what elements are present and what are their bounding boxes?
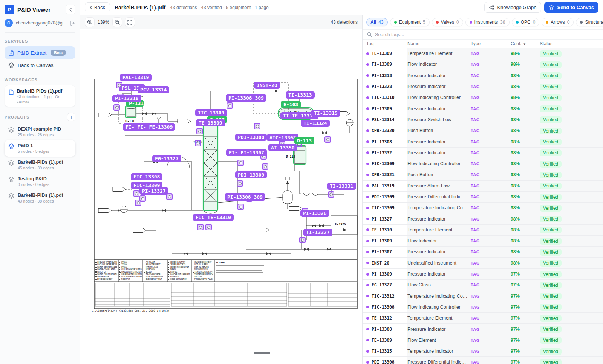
detection-marker[interactable] <box>237 160 244 166</box>
diagram-canvas[interactable]: PAL-13319PSL-133PCV-13314PI-13318P-131TI… <box>80 29 362 364</box>
detection-marker[interactable] <box>237 180 243 187</box>
detection-marker[interactable] <box>197 224 204 230</box>
add-project-button[interactable]: + <box>67 113 75 121</box>
project-item[interactable]: P&ID 15 nodes · 5 edges <box>5 140 75 157</box>
detection-label[interactable]: PI-13326 <box>300 210 329 217</box>
table-row[interactable]: PDI-13309Pressure Differential Indicator… <box>363 192 603 203</box>
table-row[interactable]: PI-13332Pressure IndicatorTAG98%Verified <box>363 148 603 158</box>
table-row[interactable]: FIC-13308Flow Indicating ControllerTAG97… <box>363 302 603 313</box>
project-item[interactable]: BarkelB-PIDs (1).pdf45 nodes · 39 edges <box>5 157 75 173</box>
detection-marker[interactable] <box>328 191 334 198</box>
table-row[interactable]: PI-13327Pressure IndicatorTAG98%Verified <box>363 213 603 224</box>
detection-label[interactable]: PAL-13319 <box>120 74 152 81</box>
detection-marker[interactable] <box>116 82 122 88</box>
detection-label[interactable]: TI-13324 <box>301 120 330 127</box>
detection-marker[interactable] <box>205 224 212 230</box>
detection-label[interactable]: D-113 <box>294 137 314 144</box>
detection-label[interactable]: TIC-13309 <box>195 109 227 116</box>
sidebar-item-pid-extract[interactable]: P&ID Extract Beta <box>5 46 75 59</box>
detection-marker[interactable] <box>324 136 331 143</box>
detection-label[interactable]: PI-13327 <box>139 187 168 195</box>
horizontal-scrollbar[interactable] <box>254 352 270 354</box>
zoom-out-button[interactable] <box>112 17 122 27</box>
detection-label[interactable]: PI-13308 309 <box>225 193 265 201</box>
table-row[interactable]: PI-13308Pressure IndicatorTAG97%Verified <box>363 324 603 335</box>
detection-marker[interactable] <box>299 237 306 243</box>
table-row[interactable]: TI-13315Temperature IndicatorTAG97%Verif… <box>363 346 603 357</box>
column-header-conf[interactable]: Conf.▼ <box>511 41 540 46</box>
search-input[interactable] <box>375 32 598 37</box>
table-row[interactable]: PDI-13308Pressure Differential Indicator… <box>363 357 603 364</box>
column-header-type[interactable]: Type <box>471 41 511 46</box>
detection-label[interactable]: TI-13315 <box>311 110 340 117</box>
detection-label[interactable]: PDI-13308 <box>235 134 267 141</box>
table-row[interactable]: FI-13309Flow IndicatorTAG98%Verified <box>363 236 603 247</box>
detection-label[interactable]: TI-13313 <box>286 91 315 99</box>
table-row[interactable]: PI-13328Pressure IndicatorTAG98%Verified <box>363 81 603 92</box>
table-row[interactable]: FIC-13309Flow Indicating ControllerTAG98… <box>363 158 603 169</box>
filter-chip-valves[interactable]: Valves0 <box>432 18 463 26</box>
detection-label[interactable]: FIC TE-13310 <box>193 214 234 221</box>
table-row[interactable]: PI-13318Pressure IndicatorTAG98%Verified <box>363 70 603 81</box>
table-row[interactable]: FE-13309Flow ElementTAG97%Verified <box>363 335 603 346</box>
column-header-tag[interactable]: Tag <box>363 41 407 46</box>
filter-chip-arrows[interactable]: Arrows0 <box>542 18 574 26</box>
detection-label[interactable]: E-103 <box>281 101 301 108</box>
table-row[interactable]: PI-13309Pressure IndicatorTAG98%Verified <box>363 103 603 114</box>
knowledge-graph-button[interactable]: Knowledge Graph <box>484 2 541 13</box>
detection-label[interactable]: AT-13350 <box>268 144 297 151</box>
column-header-status[interactable]: Status <box>540 41 603 46</box>
fullscreen-button[interactable] <box>125 17 135 27</box>
detection-label[interactable]: INST-20 <box>254 82 280 89</box>
project-item[interactable]: Testing P&ID0 nodes · 0 edges <box>5 173 75 190</box>
detection-label[interactable]: TI-13331 <box>327 183 356 190</box>
detection-label[interactable]: FI- FI- FE-13309 <box>123 123 175 131</box>
filter-chip-opc[interactable]: OPC0 <box>512 18 540 26</box>
detection-label[interactable]: PI-13318 <box>112 95 141 102</box>
detection-label[interactable]: PI-13308 309 <box>226 94 266 102</box>
detection-label[interactable]: FIC-13308 <box>131 173 162 180</box>
filter-chip-instruments[interactable]: Instruments38 <box>465 18 510 26</box>
detection-marker[interactable] <box>135 200 141 206</box>
zoom-in-button[interactable] <box>85 17 95 27</box>
table-row[interactable]: PI-13308Pressure IndicatorTAG98%Verified <box>363 136 603 147</box>
detection-marker[interactable] <box>254 123 260 129</box>
column-header-name[interactable]: Name <box>407 41 471 46</box>
detection-marker[interactable] <box>196 128 203 134</box>
detection-label[interactable]: FG-13327 <box>152 155 181 162</box>
table-row[interactable]: TE-13309Temperature ElementTAG98%Verifie… <box>363 48 603 59</box>
filter-chip-structural[interactable]: Structural0 <box>576 18 603 26</box>
table-row[interactable]: TE-13310Temperature ElementTAG98%Verifie… <box>363 225 603 236</box>
table-row[interactable]: XPB-13320Push ButtonTAG98%Verified <box>363 125 603 136</box>
table-row[interactable]: FI-13309Flow IndicatorTAG98%Verified <box>363 59 603 70</box>
filter-chip-equipment[interactable]: Equipment5 <box>390 18 430 26</box>
detection-marker[interactable] <box>227 102 233 109</box>
sidebar-item-back-to-canvas[interactable]: Back to Canvas <box>5 59 75 72</box>
table-row[interactable]: XPB-13321Push ButtonTAG98%Verified <box>363 169 603 180</box>
workspace-card[interactable]: BarkelB-PIDs (1).pdf 43 detections · 1 p… <box>5 85 75 107</box>
table-row[interactable]: PSL-13314Pressure Switch LowTAG98%Verifi… <box>363 114 603 125</box>
detection-label[interactable]: TE-13309 <box>196 119 225 126</box>
back-button[interactable]: Back <box>85 2 110 12</box>
logout-icon[interactable] <box>70 21 75 26</box>
table-row[interactable]: INST-20Unclassified InstrumentTAG98%Veri… <box>363 258 603 269</box>
table-row[interactable]: FIC-13310Flow Indicating ControllerTAG98… <box>363 92 603 103</box>
detection-marker[interactable] <box>133 190 139 197</box>
detection-label[interactable]: AIC-13308 <box>267 134 298 141</box>
detection-label[interactable]: PDI-13309 <box>235 171 267 178</box>
table-row[interactable]: TE-13312Temperature ElementTAG97%Verifie… <box>363 313 603 324</box>
table-row[interactable]: FG-13327Flow GlassTAG97%Verified <box>363 280 603 291</box>
project-item[interactable]: BarkelB-PIDs (1).pdf43 nodes · 38 edges <box>5 190 75 206</box>
detection-marker[interactable] <box>237 204 244 210</box>
detection-marker[interactable] <box>262 163 268 170</box>
detection-marker[interactable] <box>195 140 201 146</box>
table-row[interactable]: TIC-13312Temperature Indicating Cont...T… <box>363 291 603 302</box>
table-row[interactable]: PI-13309Pressure IndicatorTAG97%Verified <box>363 269 603 280</box>
sidebar-collapse-button[interactable] <box>66 5 75 14</box>
project-item[interactable]: DEXPI example PID25 nodes · 28 edges <box>5 123 75 140</box>
table-row[interactable]: PI-13307Pressure IndicatorTAG98%Verified <box>363 247 603 257</box>
send-to-canvas-button[interactable]: Send to Canvas <box>544 2 598 13</box>
detection-label[interactable]: PCV-13314 <box>138 86 169 93</box>
detection-label[interactable]: PI- PI-13307 <box>226 149 267 156</box>
table-row[interactable]: PAL-13319Pressure Alarm LowTAG98%Verifie… <box>363 181 603 192</box>
